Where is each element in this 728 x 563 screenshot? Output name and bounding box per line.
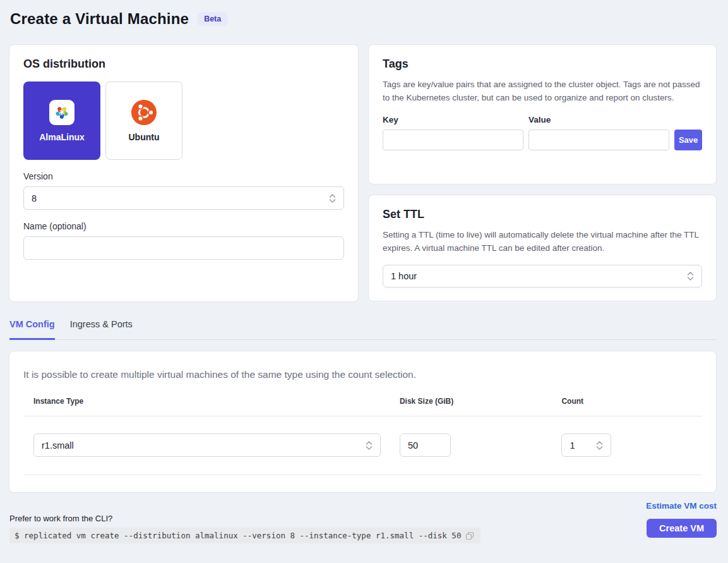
cli-section: Prefer to work from the CLI? $ replicate… xyxy=(9,501,480,543)
os-card-title: OS distribution xyxy=(23,58,344,71)
page-header: Create a Virtual Machine Beta xyxy=(10,10,717,28)
os-distribution-card: OS distribution xyxy=(9,44,359,302)
copy-icon[interactable] xyxy=(465,531,474,540)
cli-command-bar: $ replicated vm create --distribution al… xyxy=(9,528,480,543)
name-input[interactable] xyxy=(23,236,344,260)
vm-table-row: r1.small 1 xyxy=(23,433,702,457)
page-title: Create a Virtual Machine xyxy=(10,10,189,28)
os-tile-list: AlmaLinux xyxy=(23,82,344,160)
set-ttl-card: Set TTL Setting a TTL (time to live) wil… xyxy=(368,195,717,301)
beta-badge: Beta xyxy=(198,12,227,27)
tag-key-input[interactable] xyxy=(383,130,523,150)
footer: Prefer to work from the CLI? $ replicate… xyxy=(9,501,717,543)
stepper-updown-icon[interactable] xyxy=(596,440,603,451)
vm-config-description: It is possible to create multiple virtua… xyxy=(23,369,702,380)
count-value: 1 xyxy=(570,440,575,451)
top-cards: OS distribution xyxy=(9,44,717,302)
estimate-vm-cost-link[interactable]: Estimate VM cost xyxy=(646,501,717,511)
name-label: Name (optional) xyxy=(23,221,344,231)
tag-value-label: Value xyxy=(528,115,669,124)
version-label: Version xyxy=(23,171,344,181)
version-select-value: 8 xyxy=(32,193,37,203)
tags-card-title: Tags xyxy=(383,58,702,71)
ttl-select-value: 1 hour xyxy=(391,271,417,281)
instance-type-select[interactable]: r1.small xyxy=(33,433,381,457)
tag-key-label: Key xyxy=(383,115,523,124)
ttl-card-description: Setting a TTL (time to live) will automa… xyxy=(383,229,702,255)
table-divider xyxy=(23,416,702,416)
column-header-count: Count xyxy=(561,397,692,406)
tab-vm-config[interactable]: VM Config xyxy=(9,319,55,340)
os-tile-ubuntu[interactable]: Ubuntu xyxy=(105,82,182,160)
table-divider-bottom xyxy=(23,475,702,475)
chevron-updown-icon xyxy=(687,271,694,281)
almalinux-logo-icon xyxy=(49,100,75,125)
tab-ingress-ports[interactable]: Ingress & Ports xyxy=(70,319,133,339)
disk-size-cell xyxy=(400,433,562,457)
tag-key-column: Key xyxy=(383,115,523,150)
tags-card-description: Tags are key/value pairs that are assign… xyxy=(383,78,702,105)
vm-table-header: Instance Type Disk Size (GiB) Count xyxy=(23,397,702,406)
os-tile-almalinux[interactable]: AlmaLinux xyxy=(23,82,100,160)
cli-prompt-text: Prefer to work from the CLI? xyxy=(9,514,480,523)
tab-bar: VM Config Ingress & Ports xyxy=(9,319,717,340)
os-tile-label-ubuntu: Ubuntu xyxy=(129,132,160,142)
os-tile-label-almalinux: AlmaLinux xyxy=(39,132,85,142)
tags-card: Tags Tags are key/value pairs that are a… xyxy=(368,44,717,185)
instance-type-value: r1.small xyxy=(42,440,74,451)
disk-size-input[interactable] xyxy=(400,433,451,457)
tag-value-column: Value xyxy=(528,115,669,150)
count-cell: 1 xyxy=(561,433,692,457)
create-vm-button[interactable]: Create VM xyxy=(647,519,717,538)
chevron-updown-icon xyxy=(366,440,373,451)
tag-value-input[interactable] xyxy=(528,130,669,150)
ubuntu-logo-icon xyxy=(131,100,157,125)
tags-form: Key Value Save xyxy=(383,115,702,150)
create-vm-page: Create a Virtual Machine Beta OS distrib… xyxy=(0,0,728,543)
ttl-card-title: Set TTL xyxy=(383,208,702,221)
footer-actions: Estimate VM cost Create VM xyxy=(646,501,717,543)
instance-type-cell: r1.small xyxy=(33,433,400,457)
version-select[interactable]: 8 xyxy=(23,186,344,210)
ttl-select[interactable]: 1 hour xyxy=(383,265,702,288)
column-header-disk-size: Disk Size (GiB) xyxy=(400,397,562,406)
save-tag-button[interactable]: Save xyxy=(674,130,702,150)
vm-table: Instance Type Disk Size (GiB) Count r1.s… xyxy=(23,397,702,475)
vm-config-card: It is possible to create multiple virtua… xyxy=(9,351,717,493)
cli-command-text: $ replicated vm create --distribution al… xyxy=(15,531,461,540)
column-header-instance-type: Instance Type xyxy=(33,397,400,406)
chevron-updown-icon xyxy=(329,193,336,203)
count-stepper[interactable]: 1 xyxy=(561,433,611,457)
right-column: Tags Tags are key/value pairs that are a… xyxy=(368,44,717,302)
